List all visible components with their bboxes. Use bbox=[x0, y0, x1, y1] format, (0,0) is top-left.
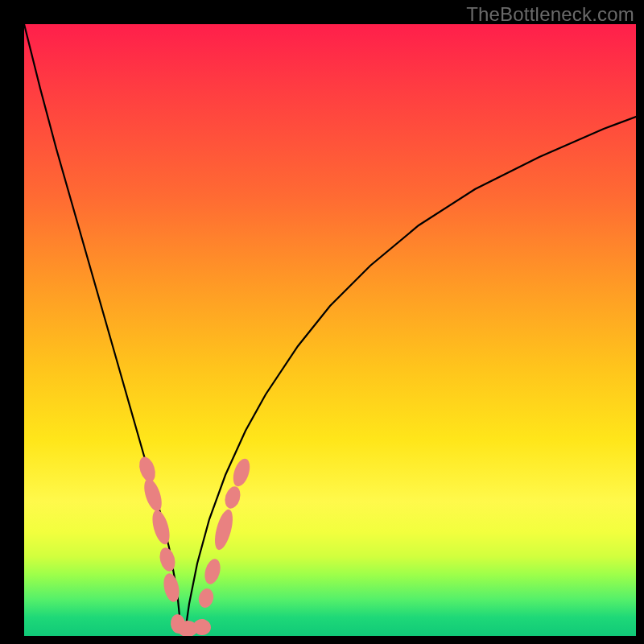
right-band-marker bbox=[202, 557, 223, 586]
watermark-text: TheBottleneck.com bbox=[466, 3, 634, 26]
right-band-marker bbox=[212, 508, 237, 552]
chart-frame: TheBottleneck.com bbox=[0, 0, 644, 644]
right-band-marker bbox=[222, 485, 242, 510]
right-band-marker bbox=[197, 587, 216, 609]
plot-area bbox=[24, 24, 636, 636]
right-band-marker bbox=[230, 456, 253, 489]
left-band-marker bbox=[141, 477, 165, 514]
left-band-marker bbox=[157, 546, 177, 573]
bottleneck-curve bbox=[24, 24, 636, 632]
curve-svg bbox=[24, 24, 636, 636]
left-band-marker bbox=[149, 508, 172, 546]
marker-layer bbox=[136, 455, 253, 636]
